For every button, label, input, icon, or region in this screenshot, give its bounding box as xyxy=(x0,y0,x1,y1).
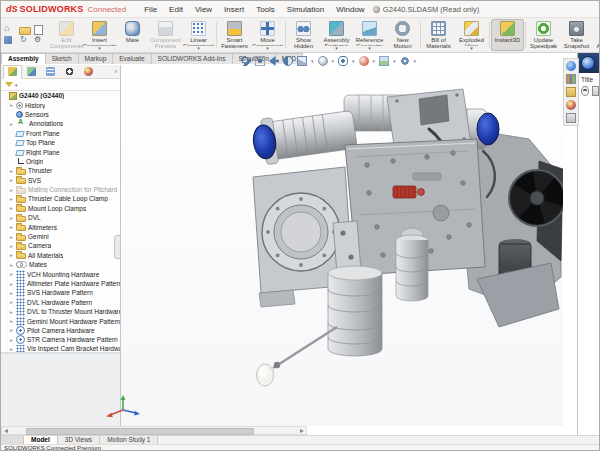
scroll-left-arrow-icon[interactable] xyxy=(4,429,8,433)
tree-filter[interactable]: ▾ xyxy=(1,79,120,91)
tab-motion-study-1[interactable]: Motion Study 1 xyxy=(100,436,158,444)
tree-item-camera[interactable]: ▸Camera xyxy=(1,241,120,250)
tree-item-dvl[interactable]: ▸DVL xyxy=(1,213,120,222)
file-explorer-icon[interactable] xyxy=(566,87,576,97)
tree-item-vch-mounting-hardware[interactable]: ▸VCH Mounting Hardware xyxy=(1,269,120,278)
assembly-model-3d-view[interactable] xyxy=(131,65,563,426)
avatar-icon[interactable] xyxy=(581,86,589,96)
dropdown-caret-icon[interactable]: ▾ xyxy=(393,58,396,64)
tree-item-origin[interactable]: Origin xyxy=(1,157,120,166)
tree-item-gemini-mount-hardware-pattern[interactable]: ▸Gemini Mount Hardware Pattern xyxy=(1,316,120,325)
dropdown-caret-icon: ▾ xyxy=(335,46,338,50)
tree-item-altimeters[interactable]: ▸Altimeters xyxy=(1,222,120,231)
dropdown-caret-icon[interactable]: ▾ xyxy=(352,58,355,64)
ribbon-reference-geometry-button[interactable]: Reference Geometry▾ xyxy=(353,19,386,51)
view-orientation-icon[interactable] xyxy=(297,56,307,66)
tree-item-mount-loop-clamps[interactable]: ▸Mount Loop Clamps xyxy=(1,204,120,213)
previous-view-icon[interactable] xyxy=(269,56,279,66)
3dexperience-icon[interactable] xyxy=(566,61,576,71)
ribbon-bill-of-materials-button[interactable]: Bill of Materials xyxy=(422,19,455,51)
appearances-icon[interactable] xyxy=(566,100,576,110)
featuremanager-icon xyxy=(8,67,17,76)
tab-markup[interactable]: Markup xyxy=(78,53,114,64)
dropdown-caret-icon[interactable]: ▾ xyxy=(311,58,314,64)
ribbon-take-snapshot-button[interactable]: Take Snapshot xyxy=(560,19,593,51)
tree-item-mating-connection-for-pitchard[interactable]: ▸Mating Connection for Pitchard xyxy=(1,185,120,194)
tab-scroll-buttons[interactable] xyxy=(1,436,24,444)
dropdown-caret-icon[interactable]: ▾ xyxy=(414,58,417,64)
featuremanager-tab[interactable] xyxy=(3,65,22,79)
widget-icon[interactable] xyxy=(592,86,600,96)
tree-item-annotations[interactable]: ▸Annotations xyxy=(1,119,120,128)
tree-item-right-plane[interactable]: Right Plane xyxy=(1,147,120,156)
tabs-overflow-chevron-icon[interactable]: › xyxy=(114,67,117,76)
options-icon[interactable] xyxy=(34,36,45,45)
tab-model[interactable]: Model xyxy=(24,436,58,444)
tab-3d-views[interactable]: 3D Views xyxy=(58,436,100,444)
ribbon-update-speedpak-button[interactable]: Update Speedpak xyxy=(527,19,560,51)
tree-item-top-plane[interactable]: Top Plane xyxy=(1,138,120,147)
scrollbar-thumb[interactable] xyxy=(26,428,254,435)
ribbon-new-motion-study-button[interactable]: New Motion Study xyxy=(386,19,419,51)
tab-evaluate[interactable]: Evaluate xyxy=(112,53,151,64)
configurationmanager-tab[interactable] xyxy=(41,65,60,79)
dimxpertmanager-tab[interactable] xyxy=(60,65,79,79)
tab-solidworks-add-ins[interactable]: SOLIDWORKS Add-Ins xyxy=(151,53,233,64)
movecomp-icon xyxy=(260,21,275,36)
tree-item-str-camera-hardware-pattern-1[interactable]: ▸STR Camera Hardware Pattern 1 xyxy=(1,335,120,344)
menu-edit[interactable]: Edit xyxy=(163,3,189,16)
tree-item-pilot-camera-hardware[interactable]: ▸Pilot Camera Hardware xyxy=(1,326,120,335)
open-icon[interactable] xyxy=(19,27,31,35)
hide-show-items-icon[interactable] xyxy=(338,56,348,66)
display-style-icon[interactable] xyxy=(318,56,328,66)
custom-properties-icon[interactable] xyxy=(566,113,576,123)
tree-item-altimeter-plate-hardware-pattern[interactable]: ▸Altimeter Plate Hardware Pattern xyxy=(1,279,120,288)
tree-item-g2440-g2440[interactable]: G2440 (G2440) xyxy=(1,91,120,100)
rebuild-icon[interactable] xyxy=(19,36,30,45)
panel-collapse-handle[interactable] xyxy=(114,235,121,259)
new-icon[interactable] xyxy=(34,25,43,35)
tree-item-mates[interactable]: ▸Mates xyxy=(1,260,120,269)
zoom-area-icon[interactable] xyxy=(255,56,265,66)
section-view-icon[interactable] xyxy=(283,56,293,66)
dropdown-caret-icon[interactable]: ▾ xyxy=(373,58,376,64)
folder-icon xyxy=(16,197,26,203)
tab-assembly[interactable]: Assembly xyxy=(1,53,46,64)
tree-item-sensors[interactable]: Sensors xyxy=(1,110,120,119)
tree-item-thruster-cable-loop-clamp[interactable]: ▸Thruster Cable Loop Clamp xyxy=(1,194,120,203)
tree-item-thruster[interactable]: ▸Thruster xyxy=(1,166,120,175)
ds-logo-mark-icon: dS xyxy=(6,4,18,14)
tree-item-svs-hardware-pattern[interactable]: ▸SVS Hardware Pattern xyxy=(1,288,120,297)
menu-tools[interactable]: Tools xyxy=(250,3,281,16)
menu-view[interactable]: View xyxy=(189,3,218,16)
graphics-area[interactable] xyxy=(121,65,563,426)
zoom-fit-icon[interactable] xyxy=(241,56,251,66)
tab-sketch[interactable]: Sketch xyxy=(45,53,79,64)
ribbon-exploded-view-button[interactable]: Exploded View▾ xyxy=(455,19,488,51)
menu-file[interactable]: File xyxy=(138,3,163,16)
menu-insert[interactable]: Insert xyxy=(218,3,250,16)
ribbon-large-assembly-settings-button[interactable]: Large Assembly Settings xyxy=(593,19,600,51)
dropdown-caret-icon[interactable]: ▾ xyxy=(332,58,335,64)
horizontal-scrollbar[interactable] xyxy=(1,426,307,435)
scroll-right-arrow-icon[interactable] xyxy=(300,429,304,433)
view-settings-icon[interactable] xyxy=(400,56,410,66)
tree-item-front-plane[interactable]: Front Plane xyxy=(1,129,120,138)
home-icon[interactable] xyxy=(4,25,15,34)
apply-scene-icon[interactable] xyxy=(379,56,389,66)
folder-icon xyxy=(16,216,26,222)
ribbon-assembly-features-button[interactable]: Assembly Features▾ xyxy=(320,19,353,51)
tree-item-svs[interactable]: ▸SVS xyxy=(1,176,120,185)
design-library-icon[interactable] xyxy=(566,74,576,84)
tree-item-all-materials[interactable]: ▸All Materials xyxy=(1,251,120,260)
tree-item-dvl-to-thruster-mount-hardware-pa[interactable]: ▸DVL to Thruster Mount Hardware Pa xyxy=(1,307,120,316)
edit-appearance-icon[interactable] xyxy=(359,56,369,66)
propertymanager-tab[interactable] xyxy=(22,65,41,79)
displaymanager-tab[interactable] xyxy=(79,65,98,79)
tree-item-dvl-hardware-pattern[interactable]: ▸DVL Hardware Pattern xyxy=(1,298,120,307)
tree-item-gemini[interactable]: ▸Gemini xyxy=(1,232,120,241)
save-icon[interactable] xyxy=(4,36,12,44)
folder-icon xyxy=(16,235,26,241)
ribbon-instant3d-button[interactable]: Instant3D xyxy=(491,19,524,51)
tree-item-history[interactable]: ▸History xyxy=(1,100,120,109)
